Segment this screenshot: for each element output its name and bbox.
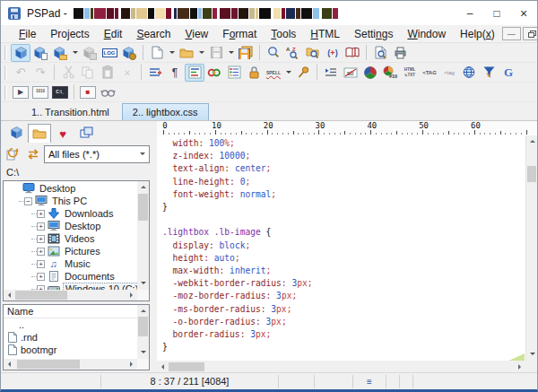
command-console-button[interactable]: C:\_ [50, 83, 70, 101]
scroll-up-icon[interactable] [526, 135, 538, 146]
toolbar-grip[interactable] [4, 85, 7, 100]
expand-icon[interactable]: + [37, 273, 45, 281]
menu-helpx[interactable]: Help(x) [453, 25, 502, 43]
expand-icon[interactable]: + [37, 248, 45, 256]
code-explorer-button[interactable] [224, 64, 244, 82]
close-button[interactable]: × [510, 1, 537, 25]
tree-horizontal-scrollbar[interactable] [4, 290, 137, 301]
find-in-files-button[interactable] [303, 44, 323, 62]
editor-vertical-scrollbar[interactable] [525, 135, 537, 361]
scroll-up-icon[interactable] [137, 305, 149, 316]
collapse-icon[interactable]: − [24, 197, 32, 205]
html-validator-button[interactable]: V [479, 64, 499, 82]
menu-view[interactable]: View [178, 25, 215, 43]
minimize-button[interactable]: – [456, 1, 483, 25]
color-select-button[interactable] [360, 64, 380, 82]
save-file-dropdown[interactable] [226, 44, 236, 62]
new-file-button[interactable] [147, 44, 167, 62]
new-file-dropdown[interactable] [167, 44, 177, 62]
tree-item-desktop[interactable]: +Desktop [4, 220, 137, 232]
indent-button[interactable] [321, 64, 341, 82]
show-formatting-button[interactable]: ¶ [165, 64, 185, 82]
google-search-button[interactable]: G [499, 64, 518, 82]
spell-check-button[interactable]: SPELL [264, 64, 283, 82]
mdi-restore-button[interactable] [523, 27, 538, 40]
goto-line-button[interactable]: (+) [323, 44, 343, 62]
reformat-button[interactable] [145, 64, 165, 82]
record-macro-button[interactable]: ■ [78, 83, 98, 101]
syntax-highlight-button[interactable] [185, 64, 204, 82]
tree-item-this-pc[interactable]: −This PC [4, 195, 137, 207]
filelist-horizontal-scrollbar[interactable] [4, 359, 137, 370]
filelist-hscroll-thumb[interactable] [17, 360, 80, 369]
search-button[interactable] [264, 44, 283, 62]
refresh-button[interactable] [3, 145, 22, 163]
menu-format[interactable]: Format [215, 25, 264, 43]
menu-search[interactable]: Search [129, 25, 178, 43]
file-list-header-name[interactable]: Name [4, 305, 137, 318]
menu-html[interactable]: HTML [303, 25, 347, 43]
pin-button[interactable] [293, 64, 313, 82]
tree-vertical-scrollbar[interactable] [137, 181, 149, 290]
file-item-bootmgr[interactable]: bootmgr [4, 344, 149, 356]
project-open-dropdown[interactable] [70, 44, 80, 62]
file-item--[interactable]: .. [4, 318, 149, 331]
menu-projects[interactable]: Projects [43, 25, 96, 43]
menu-settings[interactable]: Settings [347, 25, 400, 43]
run-script-button[interactable]: ▶ [11, 83, 30, 101]
color-code-button[interactable]: #10 [380, 64, 400, 82]
print-preview-button[interactable] [370, 44, 390, 62]
project-copy-button[interactable] [30, 44, 50, 62]
scroll-left-icon[interactable] [4, 290, 15, 301]
replace-button[interactable]: AZ [283, 44, 303, 62]
binary-view-button[interactable]: 1010 [30, 83, 50, 101]
copy-button[interactable] [78, 64, 98, 82]
code-text-area[interactable]: width: 100%; z-index: 10000; text-align:… [157, 135, 525, 361]
text-format-button[interactable]: ab [341, 64, 360, 82]
sync-folders-button[interactable] [23, 145, 42, 163]
editor-vscroll-thumb[interactable] [527, 166, 536, 182]
scroll-left-icon[interactable] [157, 362, 169, 372]
panel-tab-favorites[interactable]: ♥ [51, 124, 74, 143]
delete-button[interactable]: × [117, 64, 137, 82]
panel-tab-files[interactable] [28, 124, 51, 143]
scroll-right-icon[interactable] [126, 290, 137, 301]
toolbar-grip[interactable] [4, 46, 7, 60]
scroll-left-icon[interactable] [4, 359, 15, 370]
project-save-button[interactable] [80, 44, 100, 62]
file-filter-combobox[interactable]: All files (*.*) [44, 145, 150, 163]
maximize-button[interactable]: □ [483, 1, 510, 25]
redo-button[interactable]: ↷ [30, 64, 50, 82]
project-panel-button[interactable] [11, 44, 30, 62]
scroll-down-icon[interactable] [137, 279, 149, 290]
filelist-vertical-scrollbar[interactable] [137, 305, 149, 359]
expand-icon[interactable]: + [37, 210, 45, 218]
menu-edit[interactable]: Edit [97, 25, 130, 43]
paste-button[interactable] [98, 64, 117, 82]
tag-uppercase-button[interactable]: <TAG [420, 64, 439, 82]
open-file-button[interactable] [177, 44, 196, 62]
menu-window[interactable]: Window [400, 25, 453, 43]
tree-item-documents[interactable]: +Documents [4, 270, 137, 283]
panel-tab-project[interactable] [4, 124, 28, 143]
log-window-button[interactable]: LOG [100, 44, 119, 62]
project-settings-button[interactable] [119, 44, 139, 62]
menu-file[interactable]: File [12, 25, 43, 43]
tree-item-pictures[interactable]: +Pictures [4, 245, 137, 257]
search-book-button[interactable] [343, 44, 362, 62]
save-file-button[interactable] [206, 44, 226, 62]
file-item--rnd[interactable]: .rnd [4, 331, 149, 344]
expand-icon[interactable]: + [37, 235, 45, 243]
tree-item-music[interactable]: +♫Music [4, 257, 137, 270]
file-tab-1..-Transition.html[interactable]: 1.. Transition.html [21, 103, 120, 120]
expand-icon[interactable]: + [37, 260, 45, 268]
tree-item-videos[interactable]: +Videos [4, 232, 137, 245]
save-all-button[interactable] [236, 44, 256, 62]
tree-vscroll-thumb[interactable] [138, 194, 148, 221]
filelist-vscroll-thumb[interactable] [138, 317, 148, 336]
cut-button[interactable] [58, 64, 78, 82]
tidy-button[interactable] [204, 64, 224, 82]
scroll-up-icon[interactable] [137, 181, 149, 192]
scroll-down-icon[interactable] [137, 348, 149, 359]
project-open-button[interactable] [50, 44, 70, 62]
